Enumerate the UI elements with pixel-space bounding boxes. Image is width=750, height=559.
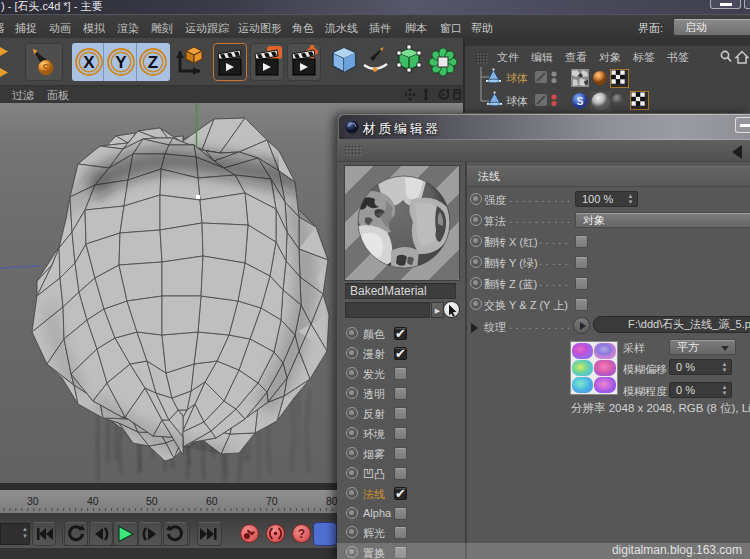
svg-text:Z: Z xyxy=(148,53,158,72)
svg-text:S: S xyxy=(42,62,50,74)
svg-text:S: S xyxy=(577,96,584,107)
svg-text:Y: Y xyxy=(115,53,127,72)
svg-text:?: ? xyxy=(298,527,305,541)
svg-text:X: X xyxy=(83,53,95,72)
